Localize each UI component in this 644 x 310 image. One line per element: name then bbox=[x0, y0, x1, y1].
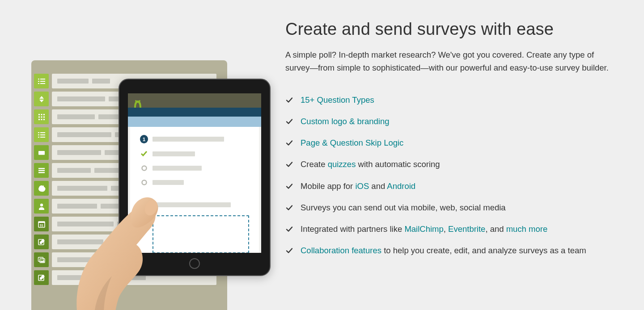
list-icon bbox=[34, 127, 49, 142]
feature-text: Mobile app for bbox=[301, 181, 355, 191]
tablet-device: 12 bbox=[119, 79, 271, 276]
question-number-badge: 2 bbox=[140, 201, 148, 209]
feature-text: Create bbox=[301, 159, 328, 169]
placeholder-bar bbox=[153, 137, 224, 142]
svg-rect-29 bbox=[38, 222, 45, 223]
card-icon bbox=[34, 145, 49, 160]
survey-question-row bbox=[140, 164, 249, 172]
feature-link[interactable]: much more bbox=[506, 224, 548, 234]
feature-section: Create and send surveys with ease A simp… bbox=[285, 0, 644, 310]
feature-item: Collaboration features to help you creat… bbox=[285, 245, 616, 256]
placeholder-bar bbox=[153, 180, 184, 185]
feature-item: Integrated with partners like MailChimp,… bbox=[285, 224, 616, 235]
edit-icon bbox=[34, 270, 49, 285]
calendar-icon: 31 bbox=[34, 217, 49, 231]
tablet-screen: 12 bbox=[128, 93, 261, 253]
svg-rect-20 bbox=[40, 137, 45, 138]
feature-link[interactable]: 15+ Question Types bbox=[301, 95, 374, 105]
check-icon bbox=[285, 96, 293, 104]
check-icon bbox=[285, 204, 293, 212]
feature-text: and bbox=[369, 181, 387, 191]
radio-icon bbox=[140, 178, 148, 186]
feature-item: Mobile app for iOS and Android bbox=[285, 181, 616, 192]
section-lead: A simple poll? In-depth market research?… bbox=[285, 49, 616, 74]
feature-text: , and bbox=[485, 224, 506, 234]
grid-icon bbox=[34, 109, 49, 124]
svg-rect-3 bbox=[40, 81, 45, 82]
feature-link[interactable]: Collaboration features bbox=[301, 246, 381, 255]
svg-rect-7 bbox=[41, 114, 42, 115]
svg-point-27 bbox=[40, 203, 42, 206]
placeholder-bar bbox=[153, 166, 202, 171]
svg-rect-17 bbox=[38, 134, 39, 135]
feature-text: Surveys you can send out via mobile, web… bbox=[301, 203, 506, 212]
person-icon bbox=[34, 199, 49, 214]
survey-question-row: 2 bbox=[140, 201, 249, 209]
question-number-badge: 1 bbox=[140, 135, 148, 143]
tablet-survey-body: 12 bbox=[130, 127, 259, 253]
svg-rect-32 bbox=[38, 257, 43, 261]
svg-rect-14 bbox=[43, 119, 45, 120]
feature-item: Custom logo & branding bbox=[285, 116, 616, 127]
svg-rect-24 bbox=[38, 170, 45, 171]
survey-question-row bbox=[140, 178, 249, 186]
surveymonkey-logo-icon bbox=[132, 99, 143, 108]
feature-link[interactable]: Android bbox=[387, 181, 415, 191]
feature-link[interactable]: iOS bbox=[355, 181, 369, 191]
check-icon bbox=[285, 247, 293, 255]
tablet-app-header bbox=[128, 93, 261, 108]
check-icon bbox=[285, 117, 293, 126]
feature-item: Surveys you can send out via mobile, web… bbox=[285, 202, 616, 213]
feature-link[interactable]: quizzes bbox=[328, 159, 356, 169]
svg-point-34 bbox=[41, 260, 42, 260]
svg-point-37 bbox=[142, 180, 146, 184]
survey-question-row: 1 bbox=[140, 135, 249, 143]
svg-rect-18 bbox=[40, 134, 45, 135]
tablet-sub-bar bbox=[128, 117, 261, 127]
list-icon bbox=[34, 74, 49, 88]
svg-rect-19 bbox=[38, 137, 39, 138]
check-icon bbox=[285, 160, 293, 168]
svg-rect-15 bbox=[38, 132, 39, 133]
hero-illustration: 31 12 bbox=[0, 0, 285, 310]
check-icon bbox=[285, 225, 293, 233]
placeholder-bar bbox=[153, 151, 195, 156]
svg-rect-8 bbox=[43, 114, 45, 115]
svg-rect-5 bbox=[40, 83, 45, 84]
tablet-home-button-icon bbox=[189, 258, 200, 269]
svg-rect-2 bbox=[38, 81, 39, 82]
feature-link[interactable]: MailChimp bbox=[404, 224, 443, 234]
edit-icon bbox=[34, 235, 49, 249]
feature-link[interactable]: Page & Question Skip Logic bbox=[301, 138, 403, 147]
feature-link[interactable]: Eventbrite bbox=[448, 224, 485, 234]
check-icon bbox=[285, 182, 293, 190]
placeholder-bar bbox=[153, 202, 231, 207]
svg-rect-6 bbox=[38, 114, 40, 115]
chat-icon bbox=[34, 181, 49, 196]
svg-rect-12 bbox=[38, 119, 40, 120]
svg-rect-11 bbox=[43, 116, 45, 117]
feature-link[interactable]: Custom logo & branding bbox=[301, 117, 389, 126]
section-heading: Create and send surveys with ease bbox=[285, 20, 616, 39]
svg-point-36 bbox=[142, 166, 146, 170]
svg-rect-9 bbox=[38, 116, 40, 117]
image-icon bbox=[34, 252, 49, 267]
rows-icon bbox=[34, 163, 49, 178]
svg-rect-1 bbox=[40, 79, 45, 80]
svg-rect-4 bbox=[38, 83, 39, 84]
feature-text: with automatic scoring bbox=[356, 159, 440, 169]
svg-rect-16 bbox=[40, 132, 45, 133]
svg-rect-22 bbox=[38, 154, 45, 155]
feature-item: Page & Question Skip Logic bbox=[285, 138, 616, 148]
question-dropzone bbox=[153, 215, 249, 253]
check-icon bbox=[140, 150, 148, 158]
svg-rect-13 bbox=[41, 119, 42, 120]
feature-text: Integrated with partners like bbox=[301, 224, 404, 234]
survey-question-row bbox=[140, 150, 249, 158]
svg-rect-25 bbox=[38, 172, 45, 173]
check-icon bbox=[285, 139, 293, 147]
svg-text:31: 31 bbox=[40, 223, 43, 226]
feature-item: 15+ Question Types bbox=[285, 95, 616, 105]
svg-point-26 bbox=[39, 185, 44, 191]
feature-item: Create quizzes with automatic scoring bbox=[285, 159, 616, 170]
